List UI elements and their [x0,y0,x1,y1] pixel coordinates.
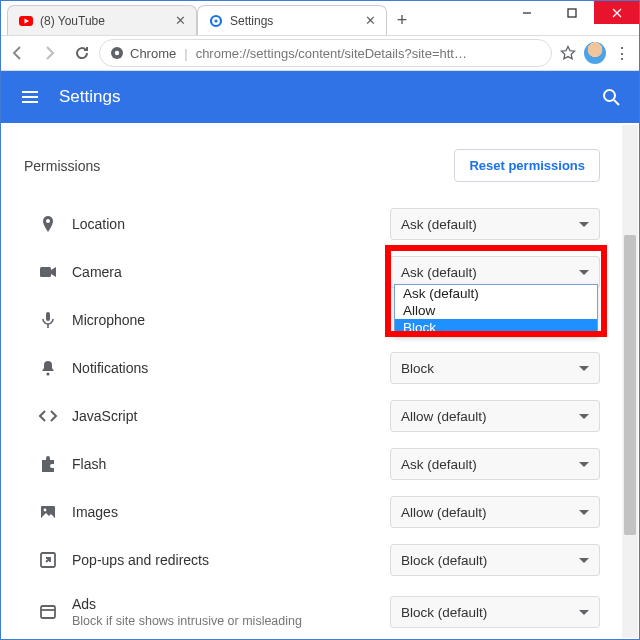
chevron-down-icon [579,414,589,419]
svg-rect-16 [40,267,51,277]
search-button[interactable] [601,87,621,107]
permission-label: Images [72,504,118,520]
nav-buttons [9,44,91,62]
permission-select-value: Block [401,361,434,376]
chrome-menu-button[interactable]: ⋮ [614,44,631,63]
popups-icon [24,550,72,570]
svg-point-9 [115,51,119,55]
window-close-button[interactable] [594,1,639,24]
tab-youtube[interactable]: (8) YouTube ✕ [7,5,197,35]
tab-strip: (8) YouTube ✕ Settings ✕ + [7,5,417,35]
youtube-icon [18,13,34,29]
permission-select-value: Allow (default) [401,505,487,520]
scrollbar-thumb[interactable] [624,235,636,535]
hamburger-menu-button[interactable] [19,86,41,108]
page-title: Settings [59,87,120,107]
permission-label: Location [72,216,125,232]
browser-window: (8) YouTube ✕ Settings ✕ + Chrome | chro… [0,0,640,640]
permission-label: Microphone [72,312,145,328]
svg-rect-17 [46,312,50,321]
dropdown-option[interactable]: Block [395,319,597,336]
ads-icon [24,602,72,622]
svg-point-7 [214,19,217,22]
permission-select-location[interactable]: Ask (default) [390,208,600,240]
gear-icon [208,13,224,29]
browser-toolbar: Chrome | chrome://settings/content/siteD… [1,35,639,71]
chrome-origin-chip: Chrome [110,46,176,61]
permission-row-image: ImagesAllow (default) [24,488,600,536]
permission-row-ads: AdsBlock if site shows intrusive or misl… [24,584,600,638]
vertical-scrollbar[interactable] [622,125,638,638]
permission-select-ads[interactable]: Block (default) [390,596,600,628]
svg-point-15 [46,219,50,223]
permission-label: Notifications [72,360,148,376]
window-maximize-button[interactable] [549,1,594,24]
permission-select-image[interactable]: Allow (default) [390,496,600,528]
camera-permission-dropdown-menu[interactable]: Ask (default)AllowBlock [394,284,598,337]
svg-rect-23 [41,606,55,618]
permission-sublabel: Block if site shows intrusive or mislead… [72,614,302,628]
tab-close-button[interactable]: ✕ [175,13,186,28]
permissions-section-title: Permissions [24,158,100,174]
chevron-down-icon [579,462,589,467]
reset-permissions-button[interactable]: Reset permissions [454,149,600,182]
permission-label: Ads [72,596,302,612]
permission-select-value: Ask (default) [401,217,477,232]
tab-title: Settings [230,14,273,28]
permission-select-puzzle[interactable]: Ask (default) [390,448,600,480]
new-tab-button[interactable]: + [387,5,417,35]
svg-point-19 [46,372,49,375]
svg-rect-1 [568,9,576,17]
permission-row-popups: Pop-ups and redirectsBlock (default) [24,536,600,584]
permission-select-value: Ask (default) [401,265,477,280]
svg-point-13 [604,90,615,101]
chevron-down-icon [579,366,589,371]
permission-label: Pop-ups and redirects [72,552,209,568]
reload-button[interactable] [73,44,91,62]
settings-content: Permissions Reset permissions LocationAs… [2,125,622,638]
permission-label: Flash [72,456,106,472]
svg-line-14 [614,100,619,105]
permission-row-puzzle: FlashAsk (default) [24,440,600,488]
forward-button[interactable] [41,44,59,62]
svg-point-21 [44,509,47,512]
permission-row-bell: NotificationsBlock [24,344,600,392]
permission-select-value: Block (default) [401,553,487,568]
address-bar-url: chrome://settings/content/siteDetails?si… [196,46,467,61]
dropdown-option[interactable]: Ask (default) [395,285,597,302]
chevron-down-icon [579,270,589,275]
profile-avatar-button[interactable] [584,42,606,64]
chevron-down-icon [579,558,589,563]
location-icon [24,214,72,234]
chrome-logo-icon [110,46,124,60]
chevron-down-icon [579,510,589,515]
permission-select-code[interactable]: Allow (default) [390,400,600,432]
bell-icon [24,358,72,378]
chevron-down-icon [579,610,589,615]
permission-select-value: Ask (default) [401,457,477,472]
image-icon [24,502,72,522]
bookmark-star-button[interactable] [560,45,576,61]
window-minimize-button[interactable] [504,1,549,24]
tab-settings[interactable]: Settings ✕ [197,5,387,35]
tab-close-button[interactable]: ✕ [365,13,376,28]
tab-title: (8) YouTube [40,14,105,28]
dropdown-option[interactable]: Allow [395,302,597,319]
permission-select-bell[interactable]: Block [390,352,600,384]
permission-select-value: Block (default) [401,605,487,620]
camera-icon [24,262,72,282]
settings-header: Settings [1,71,639,123]
mic-icon [24,310,72,330]
permission-row-location: LocationAsk (default) [24,200,600,248]
address-bar[interactable]: Chrome | chrome://settings/content/siteD… [99,39,552,67]
permission-label: Camera [72,264,122,280]
chevron-down-icon [579,222,589,227]
code-icon [24,406,72,426]
permission-row-code: JavaScriptAllow (default) [24,392,600,440]
permission-label: JavaScript [72,408,137,424]
permission-select-popups[interactable]: Block (default) [390,544,600,576]
puzzle-icon [24,454,72,474]
back-button[interactable] [9,44,27,62]
permission-select-value: Allow (default) [401,409,487,424]
